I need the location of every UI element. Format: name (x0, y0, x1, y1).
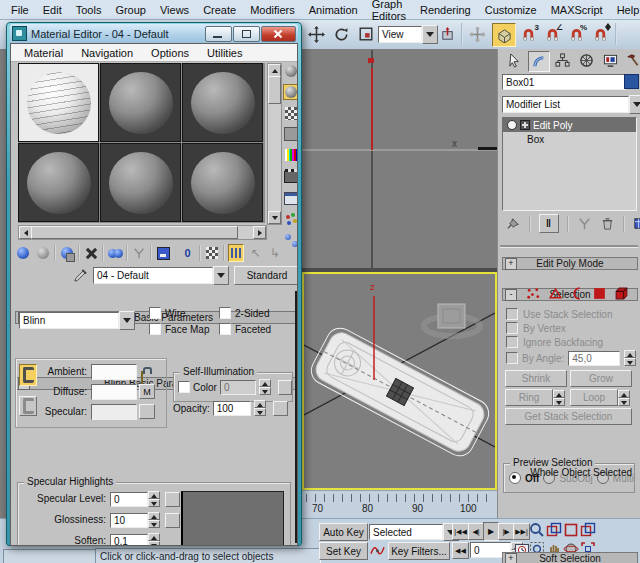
material-map-navigator-button[interactable] (283, 232, 298, 248)
sample-slot[interactable] (100, 63, 181, 142)
material-name-arrow[interactable] (213, 266, 229, 285)
tab-create[interactable] (504, 51, 524, 70)
reference-coordinate-dropdown[interactable]: View (378, 25, 438, 44)
parameters-scrollbar[interactable] (295, 291, 298, 543)
get-stack-selection-button[interactable]: Get Stack Selection (505, 408, 632, 425)
select-and-move-button[interactable] (305, 23, 327, 45)
ghost-box-object[interactable] (424, 304, 480, 336)
snaps-toggle-3d-button[interactable]: 3 (517, 23, 539, 45)
lock-icon[interactable] (141, 371, 143, 385)
put-to-library-button[interactable] (155, 244, 171, 262)
by-angle-value[interactable]: 45,0 (568, 351, 620, 366)
pick-material-eyedropper[interactable] (73, 268, 88, 283)
shader-type-value[interactable]: Blinn (19, 312, 119, 329)
menu-customize[interactable]: Customize (478, 4, 544, 16)
opacity-spin-down[interactable] (254, 408, 266, 416)
menu-create[interactable]: Create (196, 4, 243, 16)
ambient-diffuse-lock-button[interactable] (19, 364, 37, 386)
sample-slot[interactable] (18, 143, 99, 222)
checkbox[interactable] (506, 308, 518, 320)
sample-slot[interactable] (182, 143, 263, 222)
menu-material[interactable]: Material (15, 47, 72, 59)
checkbox[interactable] (149, 307, 161, 319)
sample-uv-tiling-button[interactable] (283, 126, 298, 142)
glossiness-value[interactable]: 10 (110, 513, 148, 528)
loop-spin-down[interactable] (618, 398, 630, 406)
selfillum-spin-up[interactable] (259, 379, 270, 387)
material-editor-title-bar[interactable]: Material Editor - 04 - Default (10, 24, 298, 43)
self-illumination-value[interactable]: 0 (220, 380, 256, 395)
object-color-swatch[interactable] (624, 74, 639, 89)
slots-vertical-scrollbar[interactable] (267, 63, 282, 225)
glossiness-control[interactable]: 10 (110, 512, 180, 528)
play-button[interactable]: ▶ (483, 522, 499, 541)
by-angle-control[interactable]: By Angle: 45,0 (506, 350, 636, 366)
backlight-button[interactable] (283, 84, 298, 100)
menu-maxscript[interactable]: MAXScript (544, 4, 610, 16)
sample-slot[interactable] (100, 143, 181, 222)
diffuse-map-button[interactable]: M (139, 384, 155, 399)
modifier-stack[interactable]: Edit Poly Box (502, 117, 637, 211)
make-unique-button[interactable] (131, 244, 147, 262)
video-color-check-button[interactable] (283, 147, 298, 163)
selfillum-spin-down[interactable] (259, 387, 270, 395)
menu-group[interactable]: Group (108, 4, 153, 16)
sample-slot[interactable] (182, 63, 263, 142)
material-editor-window[interactable]: Material Editor - 04 - Default Material … (6, 22, 302, 546)
close-button[interactable] (261, 26, 296, 42)
modifier-list-arrow[interactable] (629, 95, 640, 114)
tab-motion[interactable] (576, 51, 596, 70)
specular-level-map-button[interactable] (165, 492, 180, 507)
sample-slot-selected[interactable] (18, 63, 99, 142)
rollout-soft-selection[interactable]: + Soft Selection (502, 552, 638, 563)
get-material-button[interactable] (15, 244, 31, 262)
rollout-edit-poly-mode[interactable]: + Edit Poly Mode (502, 257, 638, 270)
zoom-button[interactable] (529, 522, 545, 538)
stack-item-label[interactable]: Box (527, 134, 544, 145)
self-illumination-map-button[interactable] (278, 380, 292, 395)
material-id-channel-button[interactable]: 0 (179, 244, 195, 262)
checkbox[interactable] (149, 323, 161, 335)
menu-rendering[interactable]: Rendering (413, 4, 478, 16)
menu-navigation[interactable]: Navigation (72, 47, 142, 59)
configure-modifier-sets-button[interactable] (633, 216, 640, 231)
shrink-button[interactable]: Shrink (505, 370, 567, 387)
ring-control[interactable]: Ring (505, 389, 565, 406)
menu-graph-editors[interactable]: Graph Editors (365, 0, 413, 22)
modifier-list-dropdown[interactable]: Modifier List (502, 95, 640, 114)
minimize-button[interactable] (205, 26, 232, 42)
element-mode-icon[interactable] (614, 287, 629, 300)
diffuse-color-swatch[interactable] (91, 384, 137, 400)
glossiness-map-button[interactable] (165, 513, 180, 528)
two-sided-checkbox[interactable]: 2-Sided (219, 307, 269, 319)
menu-animation[interactable]: Animation (302, 4, 365, 16)
menu-help[interactable]: Help (610, 4, 640, 16)
shader-type-dropdown[interactable]: Blinn (19, 311, 135, 330)
angle-spin-down[interactable] (624, 358, 636, 366)
soften-control[interactable]: 0,1 (110, 533, 160, 546)
object-name-field[interactable]: Box01 (502, 74, 626, 90)
vertex-mode-icon[interactable] (526, 287, 541, 300)
previous-frame-button[interactable]: ◀| (468, 523, 484, 540)
keyboard-override-toggle-button[interactable] (492, 23, 516, 47)
make-material-copy-button[interactable] (107, 244, 123, 262)
selection-set-value[interactable]: Selected (369, 524, 443, 540)
opacity-value[interactable]: 100 (213, 401, 251, 416)
make-preview-button[interactable] (283, 169, 298, 185)
menu-utilities[interactable]: Utilities (198, 47, 251, 59)
stack-item-box[interactable]: Box (503, 132, 636, 146)
viewport-perspective-active[interactable]: z (302, 272, 497, 490)
checkbox[interactable] (219, 323, 231, 335)
use-pivot-point-center-button[interactable] (436, 23, 458, 45)
menu-modifiers[interactable]: Modifiers (243, 4, 302, 16)
stack-item-edit-poly[interactable]: Edit Poly (503, 118, 636, 132)
key-filters-button[interactable]: Key Filters... (388, 542, 450, 560)
faceted-checkbox[interactable]: Faceted (219, 323, 271, 335)
remove-modifier-button[interactable] (600, 216, 615, 231)
rollout-expand-icon[interactable]: + (505, 258, 517, 270)
scroll-thumb[interactable] (268, 76, 281, 104)
show-map-in-viewport-button[interactable] (204, 244, 220, 262)
level-spin-down[interactable] (148, 499, 160, 507)
ring-spin-down[interactable] (553, 398, 565, 406)
specular-level-value[interactable]: 0 (110, 492, 148, 507)
